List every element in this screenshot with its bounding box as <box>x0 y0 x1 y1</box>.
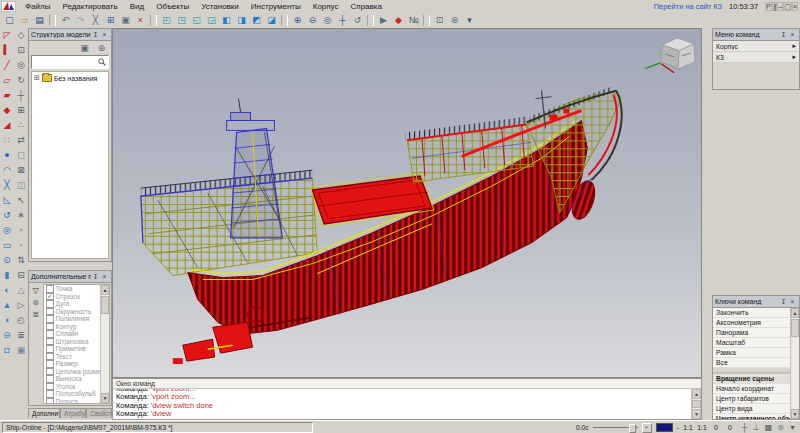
cylinder-tool-icon[interactable]: ▮ <box>1 268 14 283</box>
solid-plate-tool-icon[interactable]: ◆ <box>1 103 14 118</box>
rotate-tool-icon[interactable]: ↺ <box>1 208 14 223</box>
clock-tool-icon[interactable]: ◴ <box>15 313 28 328</box>
dock-tab-0[interactable]: Дополните... <box>28 408 60 418</box>
checkbox[interactable] <box>46 300 54 308</box>
scroll-up-icon[interactable]: ▲ <box>101 285 109 295</box>
command-prompt[interactable]: Опорная точка просмотра: <box>116 419 692 420</box>
hemisphere-tool-icon[interactable]: ◖ <box>1 313 14 328</box>
undo-icon[interactable]: ↶ <box>58 14 73 27</box>
tree-settings-icon[interactable]: ⊛ <box>94 42 109 55</box>
corner-tool-icon[interactable]: ◢ <box>1 118 14 133</box>
checkbox[interactable] <box>46 398 54 405</box>
star-tool-icon[interactable]: ∗ <box>15 208 28 223</box>
command-key-2[interactable]: Панорама <box>713 328 791 338</box>
move-tool-icon[interactable]: ↖ <box>15 193 28 208</box>
menu-item-1[interactable]: Редактировать <box>56 2 123 11</box>
rotate-view-icon[interactable]: ↺ <box>350 14 365 27</box>
viewport-3d[interactable] <box>112 28 702 378</box>
updown-tool-icon[interactable]: ⇅ <box>15 253 28 268</box>
view-left-icon[interactable]: ◱ <box>189 14 204 27</box>
prism-tool-icon[interactable]: ◘ <box>1 343 14 358</box>
checkbox[interactable] <box>46 345 54 353</box>
close-icon[interactable]: × <box>788 297 797 306</box>
command-key-8[interactable]: Начало координат <box>713 384 791 394</box>
plate-tool-icon[interactable]: ▱ <box>1 73 14 88</box>
close-button[interactable]: × <box>792 2 798 11</box>
site-link[interactable]: Перейти на сайт К3 <box>654 2 722 11</box>
view-front-icon[interactable]: ◰ <box>159 14 174 27</box>
checkbox[interactable] <box>46 285 54 293</box>
scroll-down-icon[interactable]: ▼ <box>101 393 109 403</box>
sphere-tool-icon[interactable]: ◐ <box>1 283 14 298</box>
open-file-icon[interactable]: ▱ <box>17 14 32 27</box>
checkbox[interactable] <box>46 383 54 391</box>
status-settings-icon[interactable]: ⊛ <box>775 422 786 433</box>
slider-handle[interactable] <box>629 424 636 433</box>
circle-tool-icon[interactable]: ◎ <box>1 223 14 238</box>
expander-icon[interactable]: ⊞ <box>34 74 40 82</box>
close-icon[interactable]: × <box>100 30 109 39</box>
align-tool-icon[interactable]: ⊡ <box>15 43 28 58</box>
active-color-swatch[interactable] <box>656 423 673 432</box>
scroll-thumb[interactable] <box>692 400 701 408</box>
list-tool-icon[interactable]: ≣ <box>15 328 28 343</box>
scroll-thumb[interactable] <box>101 296 109 314</box>
checkbox[interactable] <box>46 330 54 338</box>
zoom-out-icon[interactable]: ⊖ <box>305 14 320 27</box>
point-tool-icon[interactable]: ● <box>1 148 14 163</box>
minus-box-tool-icon[interactable]: ⊟ <box>15 268 28 283</box>
command-key-9[interactable]: Центр габаритов <box>713 394 791 404</box>
select-icon[interactable]: ▶ <box>376 14 391 27</box>
view-top-icon[interactable]: ◧ <box>219 14 234 27</box>
checkbox[interactable] <box>46 375 54 383</box>
tree-root-node[interactable]: ⊞ Без названия <box>34 74 106 82</box>
help-button[interactable]: Р <box>765 2 772 11</box>
menu-item-7[interactable]: Справка <box>345 2 388 11</box>
more-tools-icon[interactable]: ▾ <box>462 14 477 27</box>
view-dimetric-icon[interactable]: ◪ <box>264 14 279 27</box>
point-snap-icon[interactable]: ◆ <box>391 14 406 27</box>
toolbar-settings-icon[interactable]: ⊛ <box>447 14 462 27</box>
scroll-thumb[interactable] <box>791 319 799 337</box>
pin-icon[interactable]: ↧ <box>779 30 788 39</box>
checkbox[interactable] <box>46 323 54 331</box>
play-tool-icon[interactable]: ▷ <box>15 298 28 313</box>
panel-tool-icon[interactable]: ▰ <box>1 88 14 103</box>
small-rect-tool-icon[interactable]: ▫ <box>15 223 28 238</box>
checkbox[interactable] <box>46 315 54 323</box>
checkbox[interactable] <box>46 308 54 316</box>
search-input[interactable] <box>34 58 98 67</box>
command-window[interactable]: Окно команд Команда: 'vport zoom...Коман… <box>112 378 702 420</box>
pin-icon[interactable]: ↧ <box>779 297 788 306</box>
view-bottom-icon[interactable]: ◨ <box>234 14 249 27</box>
collapse-tree-icon[interactable]: ▣ <box>77 42 92 55</box>
refresh-tool-icon[interactable]: ↻ <box>15 73 28 88</box>
view-right-icon[interactable]: ◲ <box>204 14 219 27</box>
zoom-value[interactable]: 1:1 <box>697 424 707 431</box>
profile-tool-icon[interactable]: ▍ <box>1 43 14 58</box>
close-icon[interactable]: × <box>100 272 109 281</box>
rect-tool-icon[interactable]: ▭ <box>1 238 14 253</box>
filter-icon[interactable]: ▽ <box>30 285 42 297</box>
close-icon[interactable]: × <box>788 30 797 39</box>
panel-splitter[interactable] <box>28 262 112 270</box>
checkbox[interactable] <box>46 360 54 368</box>
torus-tool-icon[interactable]: ⊖ <box>1 328 14 343</box>
numbering-icon[interactable]: № <box>406 14 421 27</box>
target-tool-icon[interactable]: ◎ <box>15 58 28 73</box>
paste-icon[interactable]: ▣ <box>118 14 133 27</box>
dock-tab-1[interactable]: Атрибуты <box>60 408 86 418</box>
triangle-tool-icon[interactable]: ◺ <box>1 193 14 208</box>
redo-icon[interactable]: ↷ <box>73 14 88 27</box>
axes-icon[interactable]: ⊥ <box>751 422 762 433</box>
copy-icon[interactable]: ⊞ <box>103 14 118 27</box>
measure-icon[interactable]: ⊡ <box>432 14 447 27</box>
frame-tool-icon[interactable]: ◸ <box>1 28 14 43</box>
params-scrollbar[interactable]: ▲ ▼ <box>100 285 109 403</box>
clip-tool-icon[interactable]: ⊠ <box>15 163 28 178</box>
command-key-1[interactable]: Аксонометрия <box>713 318 791 328</box>
command-key-10[interactable]: Центр вида <box>713 404 791 414</box>
checkbox[interactable] <box>46 390 54 398</box>
status-more-icon[interactable]: ▾ <box>787 422 798 433</box>
scroll-up-icon[interactable]: ▲ <box>692 389 701 399</box>
